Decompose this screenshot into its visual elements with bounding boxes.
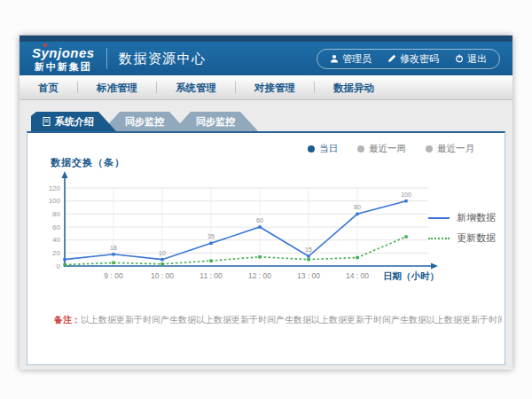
svg-text:80: 80 — [354, 204, 361, 210]
header-divider — [106, 48, 107, 69]
nav-item-3[interactable]: 系统管理 — [157, 76, 235, 99]
legend-item-1: 新增数据 — [428, 211, 496, 224]
legend-label: 更新数据 — [457, 231, 496, 245]
svg-text:100: 100 — [401, 192, 411, 198]
tab-1[interactable]: 系统介绍 — [31, 112, 116, 131]
logo-red-dot-icon — [43, 43, 47, 47]
svg-text:日期（小时）: 日期（小时） — [383, 270, 439, 282]
document-icon — [43, 117, 51, 126]
logo-wordmark: Synjones — [32, 46, 95, 59]
svg-text:11 : 00: 11 : 00 — [200, 271, 223, 280]
svg-text:120: 120 — [49, 184, 61, 192]
app-window: Synjones 新中新集团 数据资源中心 管理员 修改密码 退出 — [20, 35, 512, 370]
svg-text:40: 40 — [52, 236, 60, 244]
svg-text:80: 80 — [52, 210, 60, 218]
svg-text:10 : 00: 10 : 00 — [151, 271, 174, 280]
range-option-2[interactable]: 最近一周 — [357, 143, 406, 155]
range-options: 当日最近一周最近一月 — [308, 143, 474, 155]
range-option-label: 当日 — [319, 143, 338, 155]
svg-text:10: 10 — [159, 250, 166, 256]
change-password-button[interactable]: 修改密码 — [387, 52, 439, 66]
user-label: 管理员 — [342, 52, 372, 66]
logout-button[interactable]: 退出 — [455, 52, 487, 66]
tab-label: 同步监控 — [196, 112, 235, 131]
tab-bar: 系统介绍同步监控同步监控 — [31, 112, 512, 131]
footnote-text: 以上数据更新于时间产生数据以上数据更新于时间产生数据以上数据更新于时间产生数据以… — [81, 315, 502, 325]
user-menu: 管理员 修改密码 退出 — [317, 49, 500, 69]
legend-item-2: 更新数据 — [428, 231, 496, 245]
power-icon — [455, 54, 464, 63]
radio-selected-icon — [308, 145, 315, 153]
range-option-3[interactable]: 最近一月 — [426, 143, 474, 155]
svg-text:12 : 00: 12 : 00 — [248, 271, 271, 280]
svg-text:20: 20 — [52, 249, 60, 257]
svg-text:9 : 00: 9 : 00 — [104, 271, 123, 280]
app-header: Synjones 新中新集团 数据资源中心 管理员 修改密码 退出 — [20, 42, 512, 75]
nav-item-4[interactable]: 对接管理 — [236, 76, 314, 99]
change-password-label: 修改密码 — [400, 52, 439, 66]
logo-text: Synjones — [32, 45, 95, 60]
screen: Synjones 新中新集团 数据资源中心 管理员 修改密码 退出 — [0, 0, 532, 399]
content-panel: 当日最近一周最近一月 数据交换（条） 0204060801001209 : 00… — [27, 131, 505, 365]
user-account-button[interactable]: 管理员 — [330, 52, 372, 66]
logo-subtext: 新中新集团 — [35, 62, 92, 72]
nav-item-1[interactable]: 首页 — [20, 76, 77, 99]
svg-text:13 : 00: 13 : 00 — [297, 271, 320, 280]
svg-text:100: 100 — [49, 197, 61, 205]
legend-line-sample — [428, 238, 450, 239]
radio-icon — [357, 145, 364, 153]
logout-label: 退出 — [467, 52, 487, 66]
chart-svg: 0204060801001209 : 0010 : 0011 : 0012 : … — [38, 167, 455, 293]
svg-text:15: 15 — [305, 246, 312, 253]
radio-icon — [426, 145, 433, 153]
range-option-1[interactable]: 当日 — [308, 143, 338, 155]
company-logo[interactable]: Synjones 新中新集团 — [32, 46, 95, 72]
page-title: 数据资源中心 — [119, 51, 207, 67]
svg-text:14 : 00: 14 : 00 — [346, 271, 369, 280]
svg-text:0: 0 — [57, 262, 61, 270]
edit-icon — [387, 54, 396, 63]
footnote-label: 备注： — [54, 315, 81, 325]
window-titlebar — [20, 35, 512, 42]
svg-text:18: 18 — [110, 245, 117, 251]
tab-label: 系统介绍 — [55, 112, 94, 131]
tab-3[interactable]: 同步监控 — [173, 112, 258, 131]
range-option-label: 最近一月 — [437, 143, 474, 155]
user-icon — [330, 54, 339, 63]
chart-legend: 新增数据更新数据 — [428, 211, 496, 252]
range-option-label: 最近一周 — [369, 143, 406, 155]
tab-2[interactable]: 同步监控 — [102, 112, 187, 131]
legend-label: 新增数据 — [457, 211, 496, 224]
nav-item-2[interactable]: 标准管理 — [78, 76, 156, 99]
main-nav: 首页标准管理系统管理对接管理数据异动 — [20, 75, 512, 100]
svg-text:60: 60 — [256, 217, 263, 223]
nav-item-5[interactable]: 数据异动 — [315, 76, 393, 99]
legend-line-sample — [428, 217, 450, 219]
tab-label: 同步监控 — [125, 112, 164, 131]
svg-text:60: 60 — [52, 223, 60, 231]
svg-text:35: 35 — [207, 233, 215, 239]
footnote: 备注：以上数据更新于时间产生数据以上数据更新于时间产生数据以上数据更新于时间产生… — [54, 314, 502, 326]
